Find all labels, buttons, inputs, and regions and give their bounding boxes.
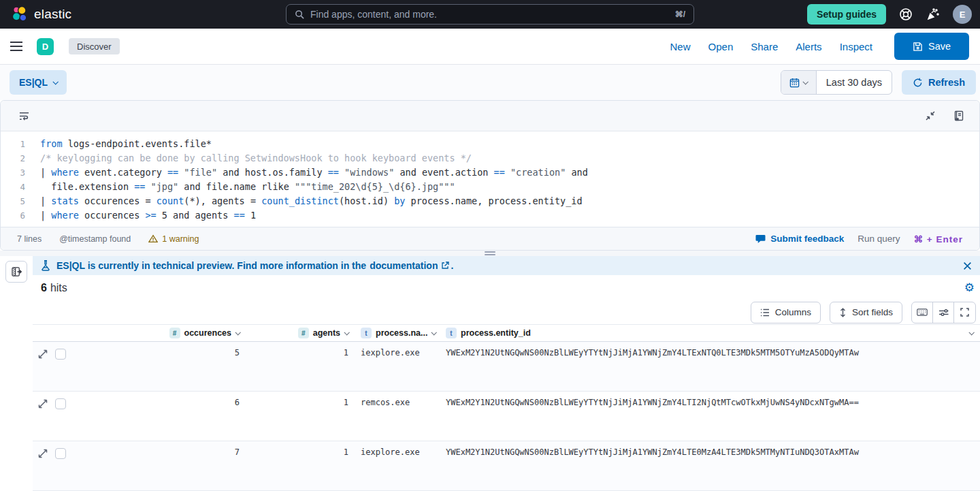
code-line[interactable]: 4 file.extension == "jpg" and file.name … (1, 180, 979, 194)
refresh-icon (913, 78, 923, 88)
sort-fields-label: Sort fields (852, 307, 893, 317)
drag-handle-icon[interactable] (485, 251, 495, 257)
chevron-down-icon[interactable] (235, 330, 240, 335)
grid-toolbar: Columns Sort fields (33, 300, 980, 324)
banner-text: ES|QL is currently in technical preview.… (56, 260, 366, 271)
column-header-agents[interactable]: # agents (245, 328, 354, 338)
setup-guides-button[interactable]: Setup guides (807, 4, 886, 25)
gear-icon[interactable]: ⚙ (964, 282, 975, 294)
documentation-book-icon[interactable] (953, 110, 964, 121)
warning-indicator[interactable]: 1 warning (148, 234, 199, 244)
row-checkbox[interactable] (55, 448, 66, 459)
display-options-button[interactable] (933, 302, 954, 323)
chevron-down-icon[interactable] (431, 330, 437, 335)
help-icon[interactable] (898, 7, 913, 22)
fullscreen-button[interactable] (954, 302, 975, 323)
elastic-brand[interactable]: elastic (8, 5, 71, 23)
calendar-icon (789, 78, 800, 88)
column-header-process-name[interactable]: t process.na... (354, 328, 439, 338)
text-type-icon: t (361, 328, 372, 338)
save-button[interactable]: Save (894, 33, 969, 60)
header-action-alerts[interactable]: Alerts (796, 41, 821, 52)
refresh-label: Refresh (928, 77, 965, 88)
expand-row-icon[interactable] (38, 399, 48, 409)
time-range-value[interactable]: Last 30 days (817, 77, 892, 88)
chevron-down-icon[interactable] (344, 330, 349, 335)
code-line[interactable]: 5| stats occurences = count(*), agents =… (1, 194, 979, 208)
feedback-bubble-icon (755, 234, 766, 244)
column-label: agents (313, 328, 340, 338)
line-number: 1 (1, 137, 25, 151)
column-header-process-entity-id[interactable]: t process.entity_id (439, 328, 980, 338)
header-action-share[interactable]: Share (751, 41, 778, 52)
cell-process-entity-id[interactable]: YWExM2Y1N2UtNGQwNS00NzBlLWEyYTYtNjJiMjA1… (439, 398, 980, 407)
column-label: occurences (184, 328, 231, 338)
user-avatar[interactable]: E (953, 5, 972, 24)
menu-hamburger-icon[interactable] (10, 41, 23, 52)
row-checkbox[interactable] (55, 398, 66, 409)
query-language-switcher[interactable]: ES|QL (10, 70, 67, 95)
header-action-inspect[interactable]: Inspect (840, 41, 872, 52)
columns-label: Columns (775, 307, 811, 317)
search-shortcut-hint: ⌘/ (675, 10, 685, 19)
discover-app-icon[interactable]: D (37, 38, 54, 55)
external-link-icon (441, 262, 449, 270)
panel-resize-splitter[interactable] (0, 251, 980, 256)
code-line[interactable]: 3| where event.category == "file" and ho… (1, 165, 979, 180)
news-feed-icon[interactable] (926, 7, 941, 22)
collapse-editor-icon[interactable] (925, 110, 936, 121)
code-text: | where event.category == "file" and hos… (40, 165, 588, 180)
submit-feedback-label: Submit feedback (770, 234, 844, 244)
sidebar-rail (0, 256, 33, 491)
run-query-label: Run query (858, 234, 900, 244)
line-number: 2 (1, 151, 25, 165)
date-picker[interactable]: Last 30 days (781, 70, 892, 95)
cell-occurences[interactable]: 5 (78, 348, 245, 358)
cell-process-name[interactable]: iexplore.exe (354, 447, 439, 457)
sort-fields-button[interactable]: Sort fields (830, 302, 902, 323)
save-icon (913, 42, 923, 52)
cell-agents[interactable]: 1 (245, 398, 354, 407)
query-bar: ES|QL Last 30 days Refresh (0, 65, 980, 100)
table-row: 61remcos.exeYWExM2Y1N2UtNGQwNS00NzBlLWEy… (33, 392, 980, 441)
columns-list-icon (760, 308, 770, 317)
cell-process-entity-id[interactable]: YWExM2Y1N2UtNGQwNS00NzBlLWEyYTYtNjJiMjA1… (439, 447, 980, 457)
expand-row-icon[interactable] (38, 349, 48, 359)
global-header: elastic Find apps, content, and more. ⌘/… (0, 0, 980, 29)
code-line[interactable]: 1from logs-endpoint.events.file* (1, 137, 979, 151)
code-line[interactable]: 6| where occurences >= 5 and agents == 1 (1, 208, 979, 223)
banner-period: . (451, 260, 453, 271)
cell-process-entity-id[interactable]: YWExM2Y1N2UtNGQwNS00NzBlLWEyYTYtNjJiMjA1… (439, 348, 980, 358)
text-type-icon: t (446, 328, 457, 338)
code-line[interactable]: 2/* keylogging can be done by calling Se… (1, 151, 979, 165)
word-wrap-icon[interactable] (18, 111, 30, 121)
header-action-new[interactable]: New (670, 41, 691, 52)
code-text: /* keylogging can be done by calling Set… (40, 151, 472, 165)
expand-row-icon[interactable] (38, 449, 48, 458)
cell-agents[interactable]: 1 (245, 447, 354, 457)
refresh-button[interactable]: Refresh (902, 70, 976, 95)
banner-documentation-link[interactable]: documentation (370, 260, 438, 271)
esql-query-input[interactable]: 1from logs-endpoint.events.file*2/* keyl… (1, 131, 979, 227)
column-header-occurences[interactable]: # occurences (78, 328, 245, 338)
table-row: 71iexplore.exeYWExM2Y1N2UtNGQwNS00NzBlLW… (33, 441, 980, 491)
date-picker-calendar-button[interactable] (781, 71, 817, 94)
cell-occurences[interactable]: 7 (78, 447, 245, 457)
submit-feedback-link[interactable]: Submit feedback (755, 234, 844, 244)
breadcrumb[interactable]: Discover (69, 38, 120, 54)
open-fields-sidebar-button[interactable] (5, 261, 27, 283)
cell-agents[interactable]: 1 (245, 348, 354, 358)
cell-occurences[interactable]: 6 (78, 398, 245, 407)
global-search-input[interactable]: Find apps, content, and more. ⌘/ (286, 4, 694, 25)
close-banner-icon[interactable] (963, 262, 972, 270)
row-checkbox[interactable] (55, 349, 66, 360)
beaker-icon (41, 260, 50, 271)
header-action-open[interactable]: Open (708, 41, 734, 52)
cell-process-name[interactable]: remcos.exe (354, 398, 439, 407)
line-number: 3 (1, 165, 25, 180)
hits-label: hits (50, 282, 67, 294)
hits-count: 6 (41, 282, 47, 294)
columns-button[interactable]: Columns (751, 302, 821, 323)
keyboard-shortcuts-button[interactable] (912, 302, 933, 323)
cell-process-name[interactable]: iexplore.exe (354, 348, 439, 358)
